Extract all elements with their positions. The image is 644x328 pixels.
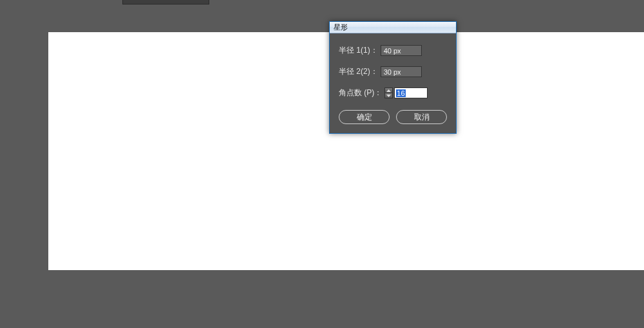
points-spinner: 16 xyxy=(384,87,428,98)
dialog-titlebar[interactable]: 星形 xyxy=(330,22,456,33)
star-dialog: 星形 半径 1(1)： 半径 2(2)： 角点数 (P)： xyxy=(329,21,457,134)
dialog-body: 半径 1(1)： 半径 2(2)： 角点数 (P)： 16 xyxy=(330,33,456,133)
ok-button[interactable]: 确定 xyxy=(339,110,390,124)
label-radius1: 半径 1(1)： xyxy=(339,45,378,56)
field-radius1: 半径 1(1)： xyxy=(339,45,447,56)
spinner-down-button[interactable] xyxy=(385,93,392,98)
cancel-button-label: 取消 xyxy=(414,112,430,123)
spinner-up-button[interactable] xyxy=(385,88,392,93)
label-radius2: 半径 2(2)： xyxy=(339,66,378,77)
field-points: 角点数 (P)： 16 xyxy=(339,87,447,98)
label-points: 角点数 (P)： xyxy=(339,87,382,98)
cancel-button[interactable]: 取消 xyxy=(396,110,447,124)
chevron-down-icon xyxy=(386,95,391,97)
dialog-button-row: 确定 取消 xyxy=(339,110,447,124)
ok-button-label: 确定 xyxy=(357,112,372,123)
field-radius2: 半径 2(2)： xyxy=(339,66,447,77)
input-points[interactable]: 16 xyxy=(394,87,428,98)
spinner-buttons xyxy=(384,87,393,98)
input-radius2[interactable] xyxy=(381,66,422,77)
points-value-selected: 16 xyxy=(396,89,405,97)
chevron-up-icon xyxy=(386,89,391,92)
panel-fragment xyxy=(122,0,209,5)
input-radius1[interactable] xyxy=(381,45,422,56)
dialog-title: 星形 xyxy=(334,23,348,32)
